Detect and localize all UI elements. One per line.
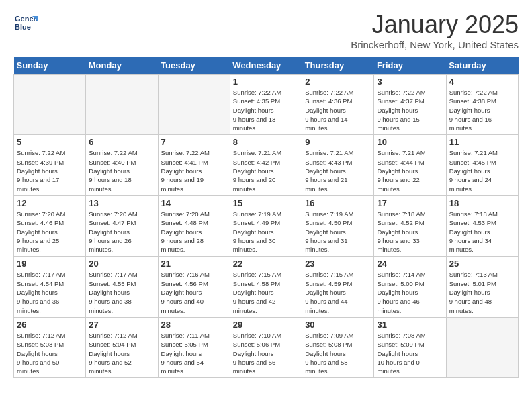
day-info: Sunrise: 7:16 AMSunset: 4:56 PMDaylight … xyxy=(161,270,227,314)
day-info: Sunrise: 7:17 AMSunset: 4:54 PMDaylight … xyxy=(17,270,83,314)
day-number: 9 xyxy=(305,137,371,147)
calendar-cell: 11Sunrise: 7:21 AMSunset: 4:45 PMDayligh… xyxy=(446,135,518,195)
week-row-4: 19Sunrise: 7:17 AMSunset: 4:54 PMDayligh… xyxy=(14,257,519,317)
page-header: General Blue January 2025 Brinckerhoff, … xyxy=(13,11,519,50)
calendar-cell: 22Sunrise: 7:15 AMSunset: 4:58 PMDayligh… xyxy=(230,257,302,317)
day-info: Sunrise: 7:12 AMSunset: 5:03 PMDaylight … xyxy=(17,331,83,375)
day-info: Sunrise: 7:14 AMSunset: 5:00 PMDaylight … xyxy=(377,270,443,314)
day-info: Sunrise: 7:22 AMSunset: 4:41 PMDaylight … xyxy=(161,148,227,193)
day-number: 19 xyxy=(17,259,83,269)
day-number: 21 xyxy=(161,259,227,269)
day-number: 17 xyxy=(377,198,443,208)
weekday-header-friday: Friday xyxy=(374,57,446,75)
day-number: 13 xyxy=(89,198,154,208)
calendar-cell: 29Sunrise: 7:10 AMSunset: 5:06 PMDayligh… xyxy=(230,317,302,377)
calendar-cell: 23Sunrise: 7:15 AMSunset: 4:59 PMDayligh… xyxy=(302,257,374,317)
calendar-cell: 20Sunrise: 7:17 AMSunset: 4:55 PMDayligh… xyxy=(86,257,158,317)
day-number: 8 xyxy=(233,137,299,147)
day-info: Sunrise: 7:20 AMSunset: 4:48 PMDaylight … xyxy=(161,210,227,254)
day-number: 11 xyxy=(449,137,515,147)
day-info: Sunrise: 7:18 AMSunset: 4:53 PMDaylight … xyxy=(449,210,515,254)
day-info: Sunrise: 7:09 AMSunset: 5:08 PMDaylight … xyxy=(305,331,371,375)
day-number: 26 xyxy=(17,320,83,330)
day-number: 1 xyxy=(233,77,299,87)
calendar-cell: 18Sunrise: 7:18 AMSunset: 4:53 PMDayligh… xyxy=(446,195,518,256)
day-info: Sunrise: 7:21 AMSunset: 4:42 PMDaylight … xyxy=(233,148,299,193)
day-number: 12 xyxy=(17,198,83,208)
calendar-cell: 8Sunrise: 7:21 AMSunset: 4:42 PMDaylight… xyxy=(230,135,302,195)
weekday-header-thursday: Thursday xyxy=(302,57,374,75)
day-info: Sunrise: 7:12 AMSunset: 5:04 PMDaylight … xyxy=(89,331,154,375)
day-info: Sunrise: 7:10 AMSunset: 5:06 PMDaylight … xyxy=(233,331,299,375)
calendar-cell: 28Sunrise: 7:11 AMSunset: 5:05 PMDayligh… xyxy=(158,317,230,377)
day-info: Sunrise: 7:21 AMSunset: 4:44 PMDaylight … xyxy=(377,148,443,193)
calendar-cell: 17Sunrise: 7:18 AMSunset: 4:52 PMDayligh… xyxy=(374,195,446,256)
title-block: January 2025 Brinckerhoff, New York, Uni… xyxy=(351,11,519,50)
day-info: Sunrise: 7:15 AMSunset: 4:59 PMDaylight … xyxy=(305,270,371,314)
calendar-cell: 7Sunrise: 7:22 AMSunset: 4:41 PMDaylight… xyxy=(158,135,230,195)
day-info: Sunrise: 7:08 AMSunset: 5:09 PMDaylight … xyxy=(377,331,443,375)
day-info: Sunrise: 7:20 AMSunset: 4:47 PMDaylight … xyxy=(89,210,154,254)
calendar-cell: 25Sunrise: 7:13 AMSunset: 5:01 PMDayligh… xyxy=(446,257,518,317)
day-info: Sunrise: 7:15 AMSunset: 4:58 PMDaylight … xyxy=(233,270,299,314)
day-number: 10 xyxy=(377,137,443,147)
calendar-cell: 30Sunrise: 7:09 AMSunset: 5:08 PMDayligh… xyxy=(302,317,374,377)
calendar-cell: 16Sunrise: 7:19 AMSunset: 4:50 PMDayligh… xyxy=(302,195,374,256)
calendar-cell: 10Sunrise: 7:21 AMSunset: 4:44 PMDayligh… xyxy=(374,135,446,195)
day-number: 25 xyxy=(449,259,515,269)
day-info: Sunrise: 7:19 AMSunset: 4:49 PMDaylight … xyxy=(233,210,299,254)
weekday-header-wednesday: Wednesday xyxy=(230,57,302,75)
calendar-cell: 1Sunrise: 7:22 AMSunset: 4:35 PMDaylight… xyxy=(230,75,302,135)
day-info: Sunrise: 7:22 AMSunset: 4:37 PMDaylight … xyxy=(377,88,443,132)
calendar-cell: 26Sunrise: 7:12 AMSunset: 5:03 PMDayligh… xyxy=(14,317,86,377)
day-number: 30 xyxy=(305,320,371,330)
day-number: 7 xyxy=(161,137,227,147)
calendar-cell: 2Sunrise: 7:22 AMSunset: 4:36 PMDaylight… xyxy=(302,75,374,135)
day-number: 23 xyxy=(305,259,371,269)
day-number: 15 xyxy=(233,198,299,208)
calendar-cell: 27Sunrise: 7:12 AMSunset: 5:04 PMDayligh… xyxy=(86,317,158,377)
day-info: Sunrise: 7:18 AMSunset: 4:52 PMDaylight … xyxy=(377,210,443,254)
day-number: 2 xyxy=(305,77,371,87)
calendar-cell xyxy=(14,75,86,135)
week-row-1: 1Sunrise: 7:22 AMSunset: 4:35 PMDaylight… xyxy=(14,75,519,135)
day-number: 5 xyxy=(17,137,83,147)
location: Brinckerhoff, New York, United States xyxy=(351,39,519,50)
day-info: Sunrise: 7:19 AMSunset: 4:50 PMDaylight … xyxy=(305,210,371,254)
weekday-header-tuesday: Tuesday xyxy=(158,57,230,75)
calendar-cell: 21Sunrise: 7:16 AMSunset: 4:56 PMDayligh… xyxy=(158,257,230,317)
day-number: 24 xyxy=(377,259,443,269)
weekday-header-monday: Monday xyxy=(86,57,158,75)
calendar-cell xyxy=(158,75,230,135)
calendar-cell: 13Sunrise: 7:20 AMSunset: 4:47 PMDayligh… xyxy=(86,195,158,256)
day-number: 18 xyxy=(449,198,515,208)
day-info: Sunrise: 7:21 AMSunset: 4:43 PMDaylight … xyxy=(305,148,371,193)
calendar-cell xyxy=(86,75,158,135)
day-info: Sunrise: 7:13 AMSunset: 5:01 PMDaylight … xyxy=(449,270,515,314)
logo: General Blue xyxy=(13,11,40,35)
day-number: 31 xyxy=(377,320,443,330)
month-title: January 2025 xyxy=(351,11,519,39)
calendar-cell: 6Sunrise: 7:22 AMSunset: 4:40 PMDaylight… xyxy=(86,135,158,195)
day-number: 14 xyxy=(161,198,227,208)
week-row-2: 5Sunrise: 7:22 AMSunset: 4:39 PMDaylight… xyxy=(14,135,519,195)
weekday-header-row: SundayMondayTuesdayWednesdayThursdayFrid… xyxy=(14,57,519,75)
calendar-cell: 19Sunrise: 7:17 AMSunset: 4:54 PMDayligh… xyxy=(14,257,86,317)
calendar-cell: 31Sunrise: 7:08 AMSunset: 5:09 PMDayligh… xyxy=(374,317,446,377)
calendar-cell: 15Sunrise: 7:19 AMSunset: 4:49 PMDayligh… xyxy=(230,195,302,256)
calendar-cell: 9Sunrise: 7:21 AMSunset: 4:43 PMDaylight… xyxy=(302,135,374,195)
day-info: Sunrise: 7:22 AMSunset: 4:40 PMDaylight … xyxy=(89,148,154,193)
day-number: 3 xyxy=(377,77,443,87)
day-number: 28 xyxy=(161,320,227,330)
day-number: 29 xyxy=(233,320,299,330)
day-number: 6 xyxy=(89,137,154,147)
calendar-cell xyxy=(446,317,518,377)
day-info: Sunrise: 7:17 AMSunset: 4:55 PMDaylight … xyxy=(89,270,154,314)
weekday-header-sunday: Sunday xyxy=(14,57,86,75)
calendar-cell: 14Sunrise: 7:20 AMSunset: 4:48 PMDayligh… xyxy=(158,195,230,256)
day-number: 20 xyxy=(89,259,154,269)
day-info: Sunrise: 7:20 AMSunset: 4:46 PMDaylight … xyxy=(17,210,83,254)
weekday-header-saturday: Saturday xyxy=(446,57,518,75)
week-row-3: 12Sunrise: 7:20 AMSunset: 4:46 PMDayligh… xyxy=(14,195,519,256)
calendar-table: SundayMondayTuesdayWednesdayThursdayFrid… xyxy=(13,57,519,378)
